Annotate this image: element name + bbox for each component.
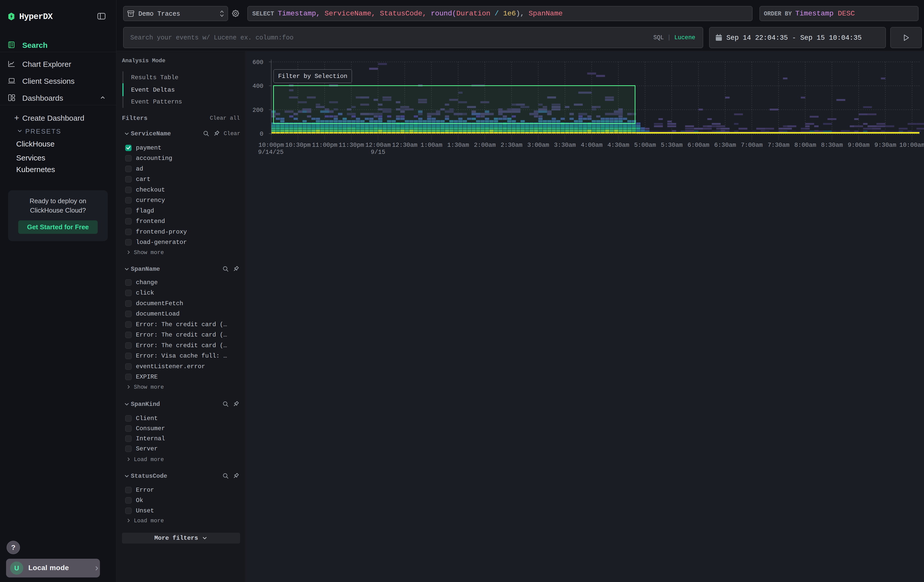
svg-text:1:00am: 1:00am <box>421 142 442 148</box>
svg-text:600: 600 <box>252 59 263 66</box>
svg-text:5:30am: 5:30am <box>661 142 683 148</box>
svg-text:7:00am: 7:00am <box>741 142 762 148</box>
svg-text:12:30am: 12:30am <box>392 142 417 148</box>
svg-text:10:00am: 10:00am <box>899 142 924 148</box>
svg-text:4:00am: 4:00am <box>581 142 602 148</box>
svg-text:8:30am: 8:30am <box>821 142 843 148</box>
svg-text:1:30am: 1:30am <box>447 142 469 148</box>
svg-text:8:00am: 8:00am <box>794 142 816 148</box>
svg-text:200: 200 <box>252 107 263 114</box>
svg-text:9/14/25: 9/14/25 <box>258 149 284 156</box>
svg-text:4:30am: 4:30am <box>607 142 629 148</box>
svg-text:2:00am: 2:00am <box>474 142 496 148</box>
svg-text:6:00am: 6:00am <box>687 142 709 148</box>
svg-text:9:30am: 9:30am <box>874 142 896 148</box>
svg-text:3:30am: 3:30am <box>554 142 576 148</box>
svg-text:9:00am: 9:00am <box>848 142 870 148</box>
svg-text:2:30am: 2:30am <box>501 142 523 148</box>
svg-text:9/15: 9/15 <box>371 149 385 156</box>
svg-text:6:30am: 6:30am <box>714 142 736 148</box>
svg-text:10:00pm: 10:00pm <box>259 142 284 148</box>
svg-text:5:00am: 5:00am <box>634 142 656 148</box>
svg-text:3:00am: 3:00am <box>527 142 549 148</box>
svg-text:11:00pm: 11:00pm <box>312 142 338 148</box>
svg-text:10:30pm: 10:30pm <box>285 142 311 148</box>
svg-text:12:00am: 12:00am <box>365 142 391 148</box>
svg-text:0: 0 <box>260 130 263 137</box>
svg-text:400: 400 <box>252 83 263 89</box>
svg-text:7:30am: 7:30am <box>768 142 789 148</box>
svg-text:11:30pm: 11:30pm <box>338 142 364 148</box>
